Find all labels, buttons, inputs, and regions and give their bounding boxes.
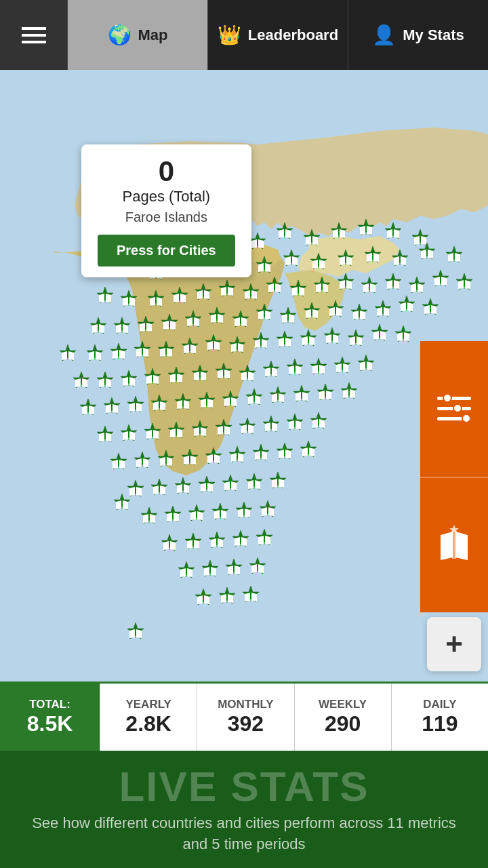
book-marker[interactable] bbox=[416, 242, 438, 264]
book-marker[interactable] bbox=[165, 421, 187, 443]
book-marker[interactable] bbox=[274, 442, 296, 464]
press-for-cities-button[interactable]: Press for Cities bbox=[98, 235, 235, 267]
book-marker[interactable] bbox=[267, 386, 289, 408]
book-marker[interactable] bbox=[328, 222, 350, 243]
book-marker[interactable] bbox=[189, 364, 211, 386]
book-marker[interactable] bbox=[284, 413, 306, 435]
book-marker[interactable] bbox=[101, 397, 123, 418]
book-marker[interactable] bbox=[311, 276, 333, 298]
book-marker[interactable] bbox=[308, 412, 329, 433]
book-marker[interactable] bbox=[250, 332, 272, 353]
book-marker[interactable] bbox=[274, 330, 296, 352]
book-marker[interactable] bbox=[243, 388, 265, 410]
book-marker[interactable] bbox=[155, 340, 177, 362]
book-marker[interactable] bbox=[237, 364, 258, 386]
book-marker[interactable] bbox=[240, 283, 262, 304]
book-marker[interactable] bbox=[298, 329, 319, 351]
book-marker[interactable] bbox=[57, 344, 79, 366]
filter-button[interactable] bbox=[420, 341, 488, 477]
map-area[interactable]: 0 Pages (Total) Faroe Islands Press for … bbox=[0, 70, 488, 682]
book-marker[interactable] bbox=[118, 290, 140, 311]
book-marker[interactable] bbox=[125, 395, 146, 417]
book-marker[interactable] bbox=[169, 286, 190, 308]
book-marker[interactable] bbox=[216, 587, 238, 608]
book-marker[interactable] bbox=[325, 300, 346, 321]
book-marker[interactable] bbox=[314, 383, 336, 405]
book-marker[interactable] bbox=[430, 269, 451, 291]
book-marker[interactable] bbox=[250, 443, 272, 465]
book-marker[interactable] bbox=[189, 420, 211, 441]
book-marker[interactable] bbox=[213, 418, 235, 440]
book-marker[interactable] bbox=[155, 450, 177, 471]
book-marker[interactable] bbox=[287, 279, 309, 301]
book-marker[interactable] bbox=[176, 561, 197, 583]
book-marker[interactable] bbox=[192, 588, 214, 610]
book-marker[interactable] bbox=[301, 229, 323, 250]
book-marker[interactable] bbox=[382, 222, 404, 243]
book-marker[interactable] bbox=[308, 252, 329, 274]
book-marker[interactable] bbox=[277, 307, 299, 328]
book-marker[interactable] bbox=[162, 505, 184, 527]
book-marker[interactable] bbox=[355, 354, 377, 376]
book-marker[interactable] bbox=[220, 390, 241, 412]
book-marker[interactable] bbox=[199, 559, 221, 581]
book-marker[interactable] bbox=[226, 446, 248, 467]
book-marker[interactable] bbox=[196, 391, 218, 413]
book-marker[interactable] bbox=[182, 532, 204, 554]
book-marker[interactable] bbox=[108, 452, 129, 474]
book-marker[interactable] bbox=[108, 342, 129, 364]
book-marker[interactable] bbox=[118, 424, 140, 446]
book-marker[interactable] bbox=[291, 384, 312, 406]
book-marker[interactable] bbox=[321, 327, 343, 349]
book-marker[interactable] bbox=[145, 290, 167, 311]
book-marker[interactable] bbox=[179, 448, 201, 470]
book-marker[interactable] bbox=[362, 245, 384, 267]
book-marker[interactable] bbox=[165, 366, 187, 388]
book-marker[interactable] bbox=[111, 317, 133, 338]
book-marker[interactable] bbox=[331, 356, 353, 378]
book-marker[interactable] bbox=[308, 357, 329, 379]
book-marker[interactable] bbox=[359, 276, 380, 298]
book-marker[interactable] bbox=[84, 344, 106, 366]
book-marker[interactable] bbox=[443, 245, 465, 267]
hamburger-menu-button[interactable] bbox=[0, 0, 68, 70]
book-marker[interactable] bbox=[253, 528, 275, 550]
book-marker[interactable] bbox=[138, 507, 160, 528]
book-marker[interactable] bbox=[125, 622, 146, 644]
nav-tab-my-stats[interactable]: 👤 My Stats bbox=[348, 0, 488, 70]
book-marker[interactable] bbox=[237, 417, 258, 439]
book-marker[interactable] bbox=[172, 393, 194, 414]
book-marker[interactable] bbox=[159, 313, 180, 335]
book-marker[interactable] bbox=[87, 317, 109, 338]
book-marker[interactable] bbox=[372, 300, 394, 321]
book-marker[interactable] bbox=[131, 340, 153, 362]
book-marker[interactable] bbox=[230, 530, 251, 551]
book-marker[interactable] bbox=[240, 585, 262, 607]
book-marker[interactable] bbox=[338, 382, 360, 403]
book-marker[interactable] bbox=[203, 447, 224, 469]
book-marker[interactable] bbox=[348, 303, 370, 325]
book-marker[interactable] bbox=[209, 502, 231, 524]
book-marker[interactable] bbox=[420, 298, 441, 319]
book-marker[interactable] bbox=[206, 531, 228, 553]
book-marker[interactable] bbox=[281, 249, 302, 271]
book-marker[interactable] bbox=[135, 315, 157, 337]
book-marker[interactable] bbox=[94, 286, 116, 308]
book-marker[interactable] bbox=[206, 307, 228, 328]
zoom-in-button[interactable]: + bbox=[427, 617, 481, 671]
book-button[interactable] bbox=[420, 477, 488, 612]
book-marker[interactable] bbox=[148, 394, 170, 416]
book-marker[interactable] bbox=[247, 557, 268, 578]
book-marker[interactable] bbox=[335, 273, 357, 294]
book-marker[interactable] bbox=[267, 471, 289, 493]
book-marker[interactable] bbox=[260, 360, 282, 382]
book-marker[interactable] bbox=[131, 451, 153, 473]
book-marker[interactable] bbox=[172, 477, 194, 498]
book-marker[interactable] bbox=[213, 362, 235, 384]
book-marker[interactable] bbox=[94, 425, 116, 447]
book-marker[interactable] bbox=[389, 249, 411, 271]
book-marker[interactable] bbox=[94, 371, 116, 393]
book-marker[interactable] bbox=[159, 534, 180, 555]
book-marker[interactable] bbox=[355, 218, 377, 240]
book-marker[interactable] bbox=[301, 302, 323, 323]
